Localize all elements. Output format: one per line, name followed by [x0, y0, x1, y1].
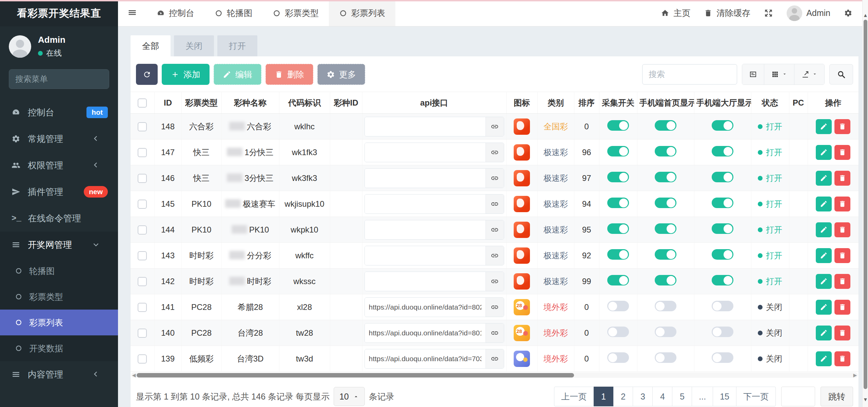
jump-button[interactable]: 跳转 [821, 387, 853, 406]
topnav-item-2[interactable]: 彩票类型 [262, 0, 329, 26]
settings-button[interactable] [844, 9, 852, 17]
row-checkbox[interactable] [138, 174, 147, 183]
row-delete-button[interactable] [834, 300, 850, 315]
row-edit-button[interactable] [816, 300, 832, 315]
row-checkbox[interactable] [138, 354, 147, 364]
mobile-hall-switch[interactable] [712, 327, 733, 337]
row-delete-button[interactable] [834, 171, 850, 186]
row-checkbox[interactable] [138, 329, 147, 338]
collect-switch[interactable] [607, 198, 629, 208]
row-edit-button[interactable] [816, 119, 832, 134]
sidebar-subitem-1[interactable]: 彩票类型 [0, 284, 118, 310]
row-checkbox[interactable] [138, 303, 147, 312]
page-vertical-scrollbar[interactable]: ▲ ▼ [862, 0, 868, 407]
mobile-hall-switch[interactable] [712, 249, 733, 260]
row-edit-button[interactable] [816, 351, 832, 366]
api-url-input[interactable] [365, 246, 486, 265]
api-url-input[interactable] [365, 117, 486, 136]
page-button-[interactable]: ... [692, 387, 713, 406]
collect-switch[interactable] [607, 249, 629, 260]
mobile-home-switch[interactable] [655, 327, 676, 337]
sidebar-item-0[interactable]: 控制台hot [0, 99, 118, 126]
api-link-button[interactable] [486, 246, 504, 265]
api-link-button[interactable] [486, 272, 504, 291]
scroll-right-arrow[interactable]: ▶ [852, 372, 858, 378]
export-button[interactable] [794, 64, 824, 85]
sidebar-search-input[interactable] [15, 74, 120, 84]
mobile-hall-switch[interactable] [712, 275, 733, 285]
mobile-hall-switch[interactable] [712, 352, 733, 363]
sidebar-toggle-button[interactable] [118, 8, 146, 19]
mobile-hall-switch[interactable] [712, 120, 733, 131]
sidebar-subitem-0[interactable]: 轮播图 [0, 258, 118, 284]
row-checkbox[interactable] [138, 148, 147, 157]
row-delete-button[interactable] [834, 222, 850, 237]
sidebar-item-4[interactable]: >_在线命令管理 [0, 205, 118, 232]
more-button[interactable]: 更多 [317, 64, 365, 85]
scroll-down-arrow[interactable]: ▼ [863, 396, 868, 402]
row-delete-button[interactable] [834, 197, 850, 211]
row-checkbox[interactable] [138, 225, 147, 235]
search-button[interactable] [829, 64, 853, 85]
collect-switch[interactable] [607, 352, 629, 363]
topnav-item-3[interactable]: 彩票列表 [329, 0, 395, 26]
horizontal-scroll-thumb[interactable] [137, 373, 574, 377]
api-link-button[interactable] [486, 349, 504, 368]
mobile-home-switch[interactable] [655, 198, 676, 208]
row-checkbox[interactable] [138, 251, 147, 260]
api-link-button[interactable] [486, 220, 504, 239]
row-delete-button[interactable] [834, 274, 850, 289]
row-edit-button[interactable] [816, 222, 832, 237]
sidebar-item-5[interactable]: 开奖网管理 [0, 232, 118, 258]
page-button-15[interactable]: 15 [713, 387, 736, 406]
mobile-hall-switch[interactable] [712, 198, 733, 208]
api-url-input[interactable] [365, 272, 486, 291]
row-delete-button[interactable] [834, 145, 850, 160]
tab-0[interactable]: 全部 [131, 35, 171, 56]
scroll-left-arrow[interactable]: ◀ [131, 372, 137, 378]
table-search-input[interactable] [649, 70, 731, 79]
jump-page-input[interactable] [781, 387, 815, 406]
row-edit-button[interactable] [816, 274, 832, 289]
collect-switch[interactable] [607, 223, 629, 234]
columns-button[interactable] [764, 64, 794, 85]
mobile-home-switch[interactable] [655, 146, 676, 156]
api-url-input[interactable] [365, 220, 486, 239]
api-link-button[interactable] [486, 143, 504, 162]
row-edit-button[interactable] [816, 326, 832, 340]
clear-cache-button[interactable]: 清除缓存 [704, 7, 750, 19]
mobile-home-switch[interactable] [655, 249, 676, 260]
mobile-home-switch[interactable] [655, 275, 676, 285]
api-url-input[interactable] [365, 169, 486, 188]
page-button-[interactable]: 下一页 [736, 387, 776, 406]
row-edit-button[interactable] [816, 197, 832, 211]
mobile-home-switch[interactable] [655, 120, 676, 131]
tab-1[interactable]: 关闭 [174, 35, 214, 56]
mobile-home-switch[interactable] [655, 301, 676, 311]
collect-switch[interactable] [607, 327, 629, 337]
page-button-4[interactable]: 4 [653, 387, 672, 406]
row-edit-button[interactable] [816, 248, 832, 263]
row-delete-button[interactable] [834, 119, 850, 134]
per-page-select[interactable]: 10 [334, 387, 365, 406]
mobile-home-switch[interactable] [655, 223, 676, 234]
page-button-5[interactable]: 5 [672, 387, 692, 406]
row-delete-button[interactable] [834, 351, 850, 366]
row-checkbox[interactable] [138, 200, 147, 209]
api-url-input[interactable] [365, 323, 486, 343]
sidebar-subitem-2[interactable]: 彩票列表 [0, 310, 118, 335]
collect-switch[interactable] [607, 146, 629, 156]
row-edit-button[interactable] [816, 171, 832, 186]
edit-button[interactable]: 编辑 [214, 64, 261, 85]
sidebar-item-2[interactable]: 权限管理 [0, 152, 118, 179]
row-delete-button[interactable] [834, 326, 850, 340]
sidebar-item-1[interactable]: 常规管理 [0, 126, 118, 152]
collect-switch[interactable] [607, 301, 629, 311]
topnav-item-0[interactable]: 控制台 [146, 0, 204, 26]
scroll-up-arrow[interactable]: ▲ [863, 12, 868, 18]
row-delete-button[interactable] [834, 248, 850, 263]
add-button[interactable]: 添加 [162, 64, 210, 85]
sidebar-item-6[interactable]: 内容管理 [0, 361, 118, 388]
user-menu[interactable]: Admin [787, 5, 830, 21]
mobile-home-switch[interactable] [655, 172, 676, 182]
